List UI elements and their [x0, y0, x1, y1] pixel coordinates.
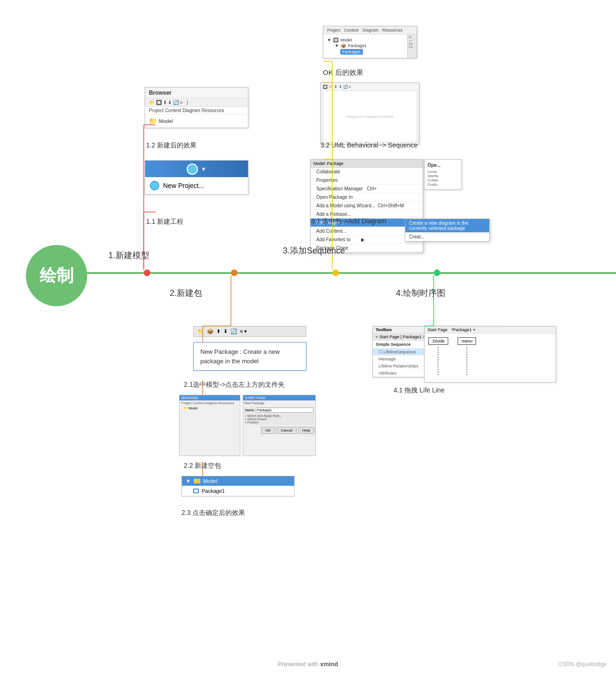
step2-bg-model: 📁 Model — [180, 406, 240, 411]
center-label: 绘制 — [40, 264, 74, 287]
step4-canvas: Start Page *Package1 × :Divide :menu — [424, 326, 556, 383]
step2-label: 2.新建包 — [170, 287, 202, 299]
step3-ctx-menu: Model Package Collaborate Properties Spe… — [310, 159, 423, 253]
step2-bg-right-title: START PAGE — [243, 395, 315, 400]
model-folder-icon: 📁 — [149, 117, 157, 125]
step1-project-box: ▼ New Project... — [145, 160, 248, 195]
step3-ctx-add-model: Add a Model using Wizard... Ctrl+Shift+M — [311, 202, 423, 210]
step2-sublabel3: 2.3 点击确定后的效果 — [181, 509, 245, 517]
footer-csdn: CSDN @quebridge — [558, 661, 607, 668]
step2-name-input[interactable] — [256, 408, 313, 413]
step1-project-row: New Project... — [145, 177, 248, 194]
step2-tooltip: New Package : Create a new package in th… — [193, 342, 306, 371]
step3-ok-label: OK 后的效果 — [323, 68, 363, 77]
step2-help-btn[interactable]: Help — [298, 427, 314, 434]
step3-seq-label: 3.2 UML Behavioral -> Sequence — [320, 141, 418, 149]
step2-sublabel2: 2.2 新建空包 — [184, 462, 221, 470]
timeline-line — [75, 272, 616, 274]
step2-dialog-btns: OK Cancel Help — [243, 426, 315, 435]
step2-tree-model: ▼ Model — [182, 476, 294, 486]
dot-step3 — [332, 269, 339, 276]
step3-ctx-label: 3.1 选中包->Add Diagram — [311, 217, 386, 226]
step1-browser-title: Browser — [145, 88, 248, 98]
toolbar-pkg-icon: 📦 — [207, 328, 214, 334]
step3-ctx-spec: Specification Manager Ctrl+ — [311, 185, 423, 193]
step3-right-panel: Ope... LocalInterfaCollabCusto — [424, 159, 462, 190]
toolbar-up-icon: ⬆ — [216, 328, 221, 334]
footer-text: Presented with — [278, 661, 320, 668]
step1-label: 1.新建模型 — [108, 250, 149, 261]
step2-result-tree: ▼ Model Package1 — [181, 476, 295, 497]
step2-bg-browser-menu: Project Context Diagram Resources — [180, 400, 240, 406]
step3-sub-create: Create a new diagram in the currently se… — [405, 219, 489, 233]
csdn-user: @quebridge — [575, 661, 607, 668]
toolbar-menu-icon: ≡ ▾ — [240, 328, 247, 334]
step3-tree-model: ▼ 🔲 Model — [327, 37, 403, 43]
step4-sublabel: 4.1 拖拽 Life Line — [394, 386, 444, 395]
step3-sub-creat: Creat... — [405, 233, 489, 241]
step3-seq-inner: Sequence Diagram Preview — [323, 90, 417, 142]
step2-cancel-btn[interactable]: Cancel — [277, 427, 297, 434]
step4-label: 4.绘制时序图 — [396, 287, 445, 299]
toolbar-down-icon: ⬇ — [223, 328, 228, 334]
step2-dialog-options: • Select and Apply Role...• Select Draws… — [245, 414, 313, 424]
step2-tree-package: Package1 — [182, 486, 294, 496]
footer-brand: xmind — [320, 661, 338, 668]
dot-step4 — [434, 269, 440, 276]
step1-browser-content: 📁 Model — [145, 114, 248, 128]
step3-seq-box: 🔲 📁 ⬆ ⬇ 🔄 ≡ Sequence Diagram Preview — [320, 82, 419, 145]
step4-canvas-body: :Divide :menu — [425, 334, 556, 379]
step2-dialog-area: BROWSER Project Context Diagram Resource… — [179, 395, 316, 465]
step3-ok-tree: ▼ 🔲 Model ▼ 📦 Package1 Package1 — [323, 34, 407, 58]
step2-new-pkg-box: Name: • Select and Apply Role...• Select… — [244, 407, 314, 425]
step2-ok-btn[interactable]: OK — [261, 427, 275, 434]
step1-browser-box: Browser 📁 🔲 ⬆ ⬇ 🔄 ≡ | Project Context Di… — [145, 87, 248, 128]
step1-browser-menu: Project Context Diagram Resources — [145, 107, 248, 114]
step3-ok-sidebar: Si — Co Co — [407, 34, 417, 58]
step3-label: 3.添加Sequence — [283, 245, 345, 256]
step2-bg-browser-left: BROWSER Project Context Diagram Resource… — [179, 395, 240, 456]
step3-ok-tree-box: Project Context Diagram Resources ▼ 🔲 Mo… — [323, 26, 417, 58]
footer: Presented with xmind — [0, 661, 616, 668]
step4-canvas-header: Start Page *Package1 × — [425, 326, 556, 334]
step3-ctx-top: Model Package — [311, 160, 423, 168]
step3-ope-label: Ope... — [427, 163, 459, 168]
step4-lifeline-1-box: :Divide — [428, 337, 448, 345]
step2-bg-browser-title: BROWSER — [180, 395, 240, 400]
step2-name-row: Name: — [245, 408, 313, 413]
dot-step2 — [231, 269, 238, 276]
step1-browser-toolbar: 📁 🔲 ⬆ ⬇ 🔄 ≡ | — [145, 98, 248, 107]
step3-ok-menu: Project Context Diagram Resources — [323, 26, 417, 34]
step1-new-project-label: New Project... — [163, 182, 204, 189]
step2-expand-icon: ▼ — [186, 478, 191, 484]
step1-sublabel2: 1.1 新建工程 — [146, 218, 183, 226]
dot-step1 — [144, 269, 150, 276]
step4-lifeline-2-box: :menu — [458, 337, 476, 345]
step4-lifeline-1-line — [438, 347, 438, 375]
step2-package-icon — [193, 489, 199, 493]
step2-sublabel1: 2.1选中模型->点击左上方的文件夹 — [184, 381, 285, 389]
step3-ctx-properties: Properties — [311, 176, 423, 185]
step2-bg-right-content: New Package — [243, 400, 315, 406]
step4-toolbox-title: Toolbox — [376, 327, 392, 332]
step2-folder-icon — [194, 479, 200, 483]
dropdown-icon: ▼ — [201, 166, 206, 172]
step3-ctx-submenu: Create a new diagram in the currently se… — [405, 219, 490, 242]
step3-ctx-collaborate: Collaborate — [311, 168, 423, 176]
step2-tooltip-text: New Package : Create a new package in th… — [200, 348, 279, 365]
step4-lifeline-1: :Divide — [428, 337, 448, 375]
step4-startpage-tab: Start Page — [427, 327, 448, 332]
step4-lifeline-2-line — [467, 347, 467, 375]
step1-project-header-icon — [187, 163, 198, 175]
step3-ctx-open: Open Package In — [311, 193, 423, 202]
step4-lifeline-2: :menu — [458, 337, 476, 375]
step1-model-label: Model — [159, 118, 173, 124]
step3-tree-package1: ▼ 📦 Package1 — [327, 43, 403, 49]
step3-seq-toolbar: 🔲 📁 ⬆ ⬇ 🔄 ≡ — [323, 85, 417, 89]
step1-sublabel1: 1.2 新建后的效果 — [146, 141, 197, 150]
step4-package-tab: *Package1 × — [452, 327, 476, 332]
toolbar-folder-icon: 📁 — [197, 328, 204, 334]
step1-project-row-icon — [150, 181, 159, 190]
step3-ope-detail: LocalInterfaCollabCusto — [427, 170, 459, 187]
toolbar-refresh-icon: 🔄 — [230, 328, 237, 334]
